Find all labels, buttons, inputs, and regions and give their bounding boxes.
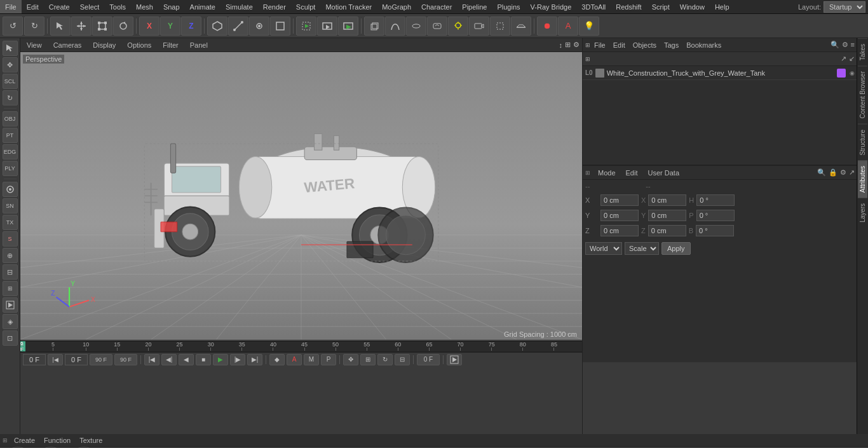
- split-icon[interactable]: ⊞: [565, 41, 571, 49]
- filter-icon[interactable]: ⚙: [842, 41, 848, 49]
- scale-tool-button[interactable]: [92, 17, 112, 36]
- tl-move-key-btn[interactable]: ✥: [343, 354, 358, 365]
- menu-simulate[interactable]: Simulate: [220, 0, 258, 13]
- attr-mode-btn[interactable]: Mode: [595, 169, 618, 177]
- menu-file[interactable]: File: [0, 0, 22, 13]
- cube-button[interactable]: [364, 17, 384, 36]
- menu-3dtall[interactable]: 3DToAll: [576, 0, 611, 13]
- objects-file-btn[interactable]: File: [590, 41, 609, 49]
- menu-mesh[interactable]: Mesh: [131, 0, 158, 13]
- coord-h-field[interactable]: [696, 194, 735, 206]
- viewport-tab-options[interactable]: Options: [123, 41, 155, 49]
- coord-p-field[interactable]: [696, 210, 735, 221]
- left-pt-mode[interactable]: PT: [3, 128, 18, 143]
- tl-motion-btn[interactable]: M: [304, 354, 319, 365]
- viewport-tab-filter[interactable]: Filter: [159, 41, 182, 49]
- menu-tools[interactable]: Tools: [104, 0, 131, 13]
- viewport-tab-panel[interactable]: Panel: [186, 41, 212, 49]
- tl-step-back-btn[interactable]: |◀: [48, 354, 63, 365]
- coord-x-rot-field[interactable]: [648, 194, 686, 206]
- vtab-layers[interactable]: Layers: [858, 198, 867, 227]
- menu-sculpt[interactable]: Sculpt: [291, 0, 321, 13]
- camera-button[interactable]: [469, 17, 489, 36]
- left-texture-btn[interactable]: TX: [3, 215, 18, 230]
- menu-render[interactable]: Render: [258, 0, 291, 13]
- tl-goto-start-btn[interactable]: |◀: [144, 354, 159, 365]
- left-poly-mode[interactable]: PLY: [3, 161, 18, 176]
- render-active-button[interactable]: [338, 17, 358, 36]
- coord-y-pos-field[interactable]: [600, 210, 639, 221]
- menu-window[interactable]: Window: [675, 0, 710, 13]
- redo-button[interactable]: ↻: [24, 17, 44, 36]
- menu-motion-tracker[interactable]: Motion Tracker: [320, 0, 377, 13]
- viewport-tab-display[interactable]: Display: [89, 41, 119, 49]
- spline-button[interactable]: [385, 17, 405, 36]
- menu-create[interactable]: Create: [44, 0, 75, 13]
- render-picture-button[interactable]: [317, 17, 337, 36]
- light-button[interactable]: [448, 17, 468, 36]
- viewport-tab-view[interactable]: View: [23, 41, 46, 49]
- polygon-obj-button[interactable]: [207, 17, 227, 36]
- menu-redshift[interactable]: Redshift: [611, 0, 646, 13]
- tl-play-back-btn[interactable]: ◀: [179, 354, 194, 365]
- attr-userdata-btn[interactable]: User Data: [646, 169, 682, 177]
- move-tool-button[interactable]: [71, 17, 92, 36]
- coord-b-field[interactable]: [696, 225, 734, 236]
- objects-tags-btn[interactable]: Tags: [660, 41, 682, 49]
- axis-y-button[interactable]: Y: [160, 17, 180, 36]
- menu-character[interactable]: Character: [416, 0, 457, 13]
- record-button[interactable]: ⏺: [537, 17, 557, 36]
- maximize-icon[interactable]: ↕: [559, 41, 563, 49]
- tl-step-fwd-btn[interactable]: |▶: [230, 354, 245, 365]
- left-magnet-btn[interactable]: ⊕: [3, 248, 18, 263]
- autokey-button[interactable]: A: [558, 17, 578, 36]
- vtab-attributes[interactable]: Attributes: [858, 160, 867, 198]
- floor-button[interactable]: [511, 17, 531, 36]
- collapse-icon[interactable]: ↙: [849, 55, 855, 63]
- attr-edit-btn[interactable]: Edit: [623, 169, 641, 177]
- bulb-button[interactable]: 💡: [579, 17, 599, 36]
- menu-animate[interactable]: Animate: [185, 0, 220, 13]
- tl-render-btn[interactable]: [447, 354, 462, 365]
- edge-obj-button[interactable]: [228, 17, 248, 36]
- tl-key-btn[interactable]: ◆: [269, 354, 285, 365]
- left-edge-mode[interactable]: EDG: [3, 144, 18, 160]
- obj-mode-button[interactable]: [270, 17, 290, 36]
- attr-lock-icon[interactable]: 🔒: [829, 168, 837, 177]
- object-row-truck[interactable]: L0 White_Construction_Truck_with_Grey_Wa…: [583, 66, 857, 80]
- attr-expand-icon[interactable]: ↗: [849, 168, 855, 177]
- menu-edit[interactable]: Edit: [22, 0, 44, 13]
- menu-snap[interactable]: Snap: [158, 0, 185, 13]
- left-sculpt-btn[interactable]: S: [3, 231, 18, 247]
- viewport-tab-cameras[interactable]: Cameras: [50, 41, 86, 49]
- obj-color-swatch[interactable]: [837, 69, 846, 78]
- objects-objects-btn[interactable]: Objects: [629, 41, 660, 49]
- settings-icon[interactable]: ≡: [851, 41, 855, 49]
- tl-grid-btn[interactable]: ⊟: [395, 354, 410, 365]
- left-tool9[interactable]: ◈: [3, 314, 18, 329]
- render-region-button[interactable]: [296, 17, 316, 36]
- tl-play-btn[interactable]: ▶: [213, 354, 228, 365]
- axis-x-button[interactable]: X: [139, 17, 159, 36]
- tl-goto-end-btn[interactable]: ▶|: [247, 354, 262, 365]
- rotate-tool-button[interactable]: [113, 17, 133, 36]
- apply-button[interactable]: Apply: [661, 242, 691, 255]
- undo-button[interactable]: ↺: [3, 17, 23, 36]
- nurbs-button[interactable]: [406, 17, 426, 36]
- select-tool-button[interactable]: [50, 17, 71, 36]
- settings-icon[interactable]: ⚙: [573, 41, 580, 49]
- attr-search-icon[interactable]: 🔍: [817, 168, 826, 177]
- menu-help[interactable]: Help: [710, 0, 735, 13]
- menu-pipeline[interactable]: Pipeline: [457, 0, 492, 13]
- layout-dropdown[interactable]: Startup: [824, 1, 865, 13]
- coord-z-rot-field[interactable]: [648, 225, 686, 236]
- vtab-content-browser[interactable]: Content Browser: [858, 65, 867, 123]
- left-tool10[interactable]: ⊡: [3, 330, 18, 346]
- expand-icon[interactable]: ↗: [841, 55, 846, 63]
- coord-z-pos-field[interactable]: [600, 225, 639, 236]
- tl-step-back2-btn[interactable]: ◀|: [161, 354, 177, 365]
- menu-mograph[interactable]: MoGraph: [377, 0, 416, 13]
- current-frame-field[interactable]: [65, 354, 88, 365]
- left-live-btn[interactable]: [3, 182, 18, 197]
- left-scale-btn[interactable]: SCL: [3, 74, 18, 89]
